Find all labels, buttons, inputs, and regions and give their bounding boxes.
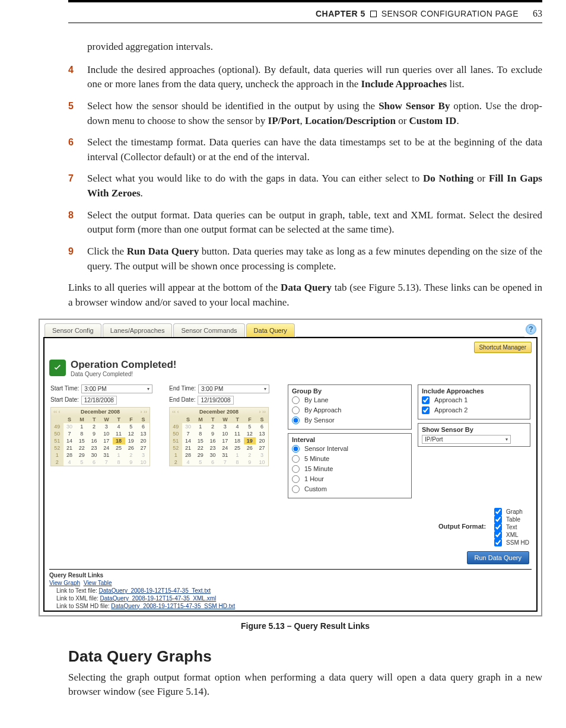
output-checkbox[interactable] (494, 531, 502, 539)
output-format-label: Output Format: (438, 523, 486, 530)
end-column: End Time: 3:00 PM End Date: 12/19/2008 ‹… (169, 384, 282, 466)
query-result-links: Query Result Links View Graph View Table… (49, 569, 532, 609)
interval-option-label: 1 Hour (304, 475, 324, 482)
interval-radio[interactable] (292, 455, 300, 463)
step-number: 6 (68, 135, 87, 164)
section-heading: Data Query Graphs (68, 647, 542, 666)
output-checkbox[interactable] (494, 523, 502, 531)
qrl-top-links: View Graph View Table (49, 580, 532, 586)
group_by-option-label: By Lane (304, 396, 328, 403)
output-checkbox[interactable] (494, 539, 502, 546)
banner-sub: Data Query Completed! (71, 371, 177, 377)
show-sensor-heading: Show Sensor By (422, 426, 526, 433)
qrl-row-prefix: Link to Text file: (56, 587, 99, 594)
steps-list: 4Include the desired approaches (optiona… (68, 63, 542, 274)
step-text: Select what you would like to do with th… (87, 171, 542, 201)
status-banner: Operation Completed! Data Query Complete… (49, 359, 532, 377)
show-sensor-panel: Show Sensor By IP/Port (418, 423, 530, 447)
interval-option-label: Custom (304, 485, 327, 492)
qrl-file-link[interactable]: DataQuery_2008-19-12T15-47-35_Text.txt (99, 587, 211, 594)
include-label: Approach 2 (434, 406, 468, 414)
group_by-radio[interactable] (292, 396, 300, 404)
interval-radio[interactable] (292, 445, 300, 453)
start-date-label: Start Date: (50, 396, 79, 403)
include-approaches-panel: Include Approaches Approach 1Approach 2 (418, 384, 530, 419)
step-number: 7 (68, 171, 87, 201)
show-sensor-select[interactable]: IP/Port (422, 435, 511, 444)
qrl-file-link[interactable]: DataQuery_2008-19-12T15-47-35_SSM HD.txt (111, 603, 235, 609)
interval-option-label: 5 Minute (304, 455, 329, 462)
interval-panel: Interval Sensor Interval5 Minute15 Minut… (288, 433, 412, 498)
group_by-radio[interactable] (292, 406, 300, 414)
include-label: Approach 1 (434, 396, 468, 403)
run-data-query-button[interactable]: Run Data Query (467, 551, 529, 564)
tab-lanes-approaches[interactable]: Lanes/Approaches (103, 323, 173, 337)
group_by-radio[interactable] (292, 417, 300, 424)
step-text: Select the timestamp format. Data querie… (87, 135, 542, 164)
view-graph-link[interactable]: View Graph (49, 580, 80, 586)
interval-radio[interactable] (292, 485, 300, 493)
output-format-row: Output Format: GraphTableTextXMLSSM HD (44, 508, 536, 551)
start-time-label: Start Time: (50, 385, 79, 392)
end-calendar[interactable]: ‹‹ ‹December 2008› ›› SMTWTFS49301234565… (169, 407, 269, 466)
group_by-option-label: By Sensor (304, 417, 335, 424)
start-time-select[interactable]: 3:00 PM (81, 384, 152, 393)
step-text: Select the output format. Data queries c… (87, 208, 542, 237)
end-time-label: End Time: (169, 385, 196, 392)
right-column: Include Approaches Approach 1Approach 2 … (418, 384, 530, 450)
chapter-box-icon (370, 11, 377, 17)
interval-heading: Interval (292, 436, 408, 443)
interval-radio[interactable] (292, 475, 300, 483)
page-header: CHAPTER 5 SENSOR CONFIGURATION PAGE 63 (68, 2, 542, 23)
figure-caption: Figure 5.13 – Query Result Links (68, 621, 542, 631)
interval-radio[interactable] (292, 465, 300, 473)
output-label: SSM HD (506, 539, 529, 546)
start-column: Start Time: 3:00 PM Start Date: 12/18/20… (50, 384, 163, 466)
output-label: Table (506, 516, 520, 523)
step-number: 9 (68, 244, 87, 274)
section-paragraph: Selecting the graph output format option… (68, 670, 542, 700)
step-number: 8 (68, 208, 87, 237)
banner-heading: Operation Completed! (71, 359, 177, 371)
start-calendar[interactable]: ‹‹ ‹December 2008› ›› SMTWTFS49301234565… (50, 407, 150, 466)
step-text: Click the Run Data Query button. Data qu… (87, 244, 542, 274)
step-number: 5 (68, 99, 87, 128)
output-checkbox[interactable] (494, 516, 502, 523)
end-date-label: End Date: (169, 396, 195, 403)
end-date-input[interactable]: 12/19/2008 (198, 396, 233, 405)
view-table-link[interactable]: View Table (84, 580, 112, 586)
page-number: 63 (533, 8, 542, 19)
step-number: 4 (68, 63, 87, 92)
tab-sensor-config[interactable]: Sensor Config (44, 323, 101, 337)
output-label: Text (506, 524, 517, 530)
tab-data-query[interactable]: Data Query (246, 323, 295, 337)
tab-sensor-commands[interactable]: Sensor Commands (173, 323, 244, 337)
include-checkbox[interactable] (422, 406, 430, 414)
group_by-option-label: By Approach (304, 406, 341, 414)
interval-option-label: Sensor Interval (304, 445, 348, 452)
middle-column: Group By By LaneBy ApproachBy Sensor Int… (288, 384, 412, 502)
screenshot: Sensor ConfigLanes/ApproachesSensor Comm… (39, 319, 542, 616)
end-time-select[interactable]: 3:00 PM (198, 384, 269, 393)
qrl-row-prefix: Link to XML file: (56, 595, 100, 602)
group-by-heading: Group By (292, 387, 408, 395)
chapter-label: CHAPTER 5 (316, 9, 365, 18)
qrl-heading: Query Result Links (49, 572, 532, 578)
links-paragraph: Links to all queries will appear at the … (68, 281, 542, 310)
include-checkbox[interactable] (422, 396, 430, 404)
start-date-input[interactable]: 12/18/2008 (81, 396, 117, 405)
include-heading: Include Approaches (422, 387, 526, 395)
qrl-file-link[interactable]: DataQuery_2008-19-12T15-47-35_XML.xml (100, 595, 217, 602)
output-label: XML (506, 532, 519, 538)
step-text: Include the desired approaches (optional… (87, 63, 542, 92)
output-checkbox[interactable] (494, 508, 502, 516)
intro-text: provided aggregation intervals. (87, 40, 542, 55)
group-by-panel: Group By By LaneBy ApproachBy Sensor (288, 384, 412, 430)
checkmark-icon (49, 360, 66, 376)
shortcut-manager-button[interactable]: Shortcut Manager (474, 342, 532, 353)
help-icon[interactable]: ? (526, 324, 536, 335)
step-text: Select how the sensor should be identifi… (87, 99, 542, 128)
chapter-title: SENSOR CONFIGURATION PAGE (381, 9, 519, 18)
interval-option-label: 15 Minute (304, 465, 333, 472)
tab-bar: Sensor ConfigLanes/ApproachesSensor Comm… (40, 320, 541, 337)
